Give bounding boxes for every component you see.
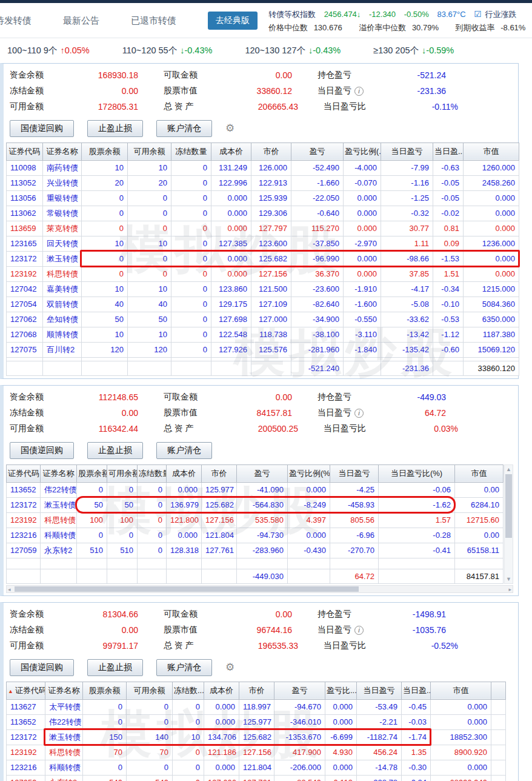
- column-header[interactable]: [491, 682, 506, 699]
- table-row[interactable]: 113659莱克转债0000.000127.797115.2700.00030.…: [7, 221, 519, 236]
- cell: -283.960: [237, 543, 288, 558]
- table-row[interactable]: 123216科顺转债0000.000121.804-206.0000.000-1…: [7, 760, 506, 775]
- cell: 0.000: [464, 251, 519, 266]
- column-header[interactable]: 市价: [251, 142, 291, 160]
- table-row[interactable]: 127059永东转25405400127.606127.76183.5400.1…: [7, 775, 506, 781]
- nav-item-1[interactable]: 最新公告: [63, 15, 99, 27]
- column-header[interactable]: 成本价: [211, 142, 251, 160]
- cell: 118.997: [239, 699, 274, 714]
- cell: 127.926: [211, 342, 251, 357]
- industry-link[interactable]: 行业涨跌: [485, 10, 516, 19]
- cell: [455, 558, 504, 569]
- column-header[interactable]: 当日盈...: [433, 142, 464, 160]
- table-row[interactable]: 123172漱玉转债50500136.979125.682-564.830-8.…: [7, 497, 504, 512]
- table-row[interactable]: 110098南药转债10100131.249126.000-52.490-4.0…: [7, 160, 519, 175]
- table-row[interactable]: 127042嘉美转债10100123.860121.500-23.600-1.9…: [7, 281, 519, 297]
- clear-account-button[interactable]: 账户清仓: [156, 659, 212, 676]
- repo-button[interactable]: 国债逆回购: [10, 442, 74, 459]
- cell: 129.175: [211, 297, 251, 312]
- repo-button[interactable]: 国债逆回购: [10, 120, 74, 137]
- classic-version-button[interactable]: 去经典版: [208, 12, 258, 30]
- table-row[interactable]: 113062常银转债0000.000129.306-0.6400.000-0.3…: [7, 206, 519, 221]
- table-row[interactable]: 127054双箭转债40400129.175127.109-82.640-1.6…: [7, 297, 519, 312]
- column-header[interactable]: 市值: [455, 464, 504, 482]
- repo-button[interactable]: 国债逆回购: [10, 659, 74, 676]
- table-row[interactable]: 123192科思转债1001000121.800127.156535.5804.…: [7, 512, 504, 528]
- table-row[interactable]: 113052兴业转债20200122.996122.913-1.660-0.07…: [7, 175, 519, 190]
- column-header[interactable]: 证券代码: [7, 464, 41, 482]
- nav-item-2[interactable]: 已退市转债: [131, 15, 176, 27]
- cell: [491, 699, 506, 714]
- table-row[interactable]: 127062垒知转债50500127.698127.000-34.900-0.5…: [7, 312, 519, 327]
- column-header[interactable]: 盈亏比...: [325, 682, 357, 699]
- cell: 0.81: [433, 221, 464, 236]
- vertical-scrollbar[interactable]: ▲▼: [504, 464, 513, 584]
- column-header[interactable]: 证券代码: [7, 142, 43, 160]
- table-row[interactable]: 123172漱玉转债15014010134.706125.682-1353.67…: [7, 729, 506, 745]
- table-row[interactable]: 123216科顺转债0000.000121.804-94.7300.000-6.…: [7, 528, 504, 543]
- column-header[interactable]: 当日盈...: [402, 682, 431, 699]
- column-header[interactable]: 证券名称: [41, 464, 77, 482]
- column-header[interactable]: 盈亏: [237, 464, 288, 482]
- column-header[interactable]: 盈亏比例(%): [288, 464, 330, 482]
- column-header[interactable]: 当日盈亏: [330, 464, 379, 482]
- column-header[interactable]: 可用余额: [127, 682, 173, 699]
- column-header[interactable]: 冻结数...: [173, 682, 204, 699]
- column-header[interactable]: 市值: [431, 682, 491, 699]
- column-header[interactable]: 成本价: [204, 682, 239, 699]
- table-row[interactable]: 113652伟22转债0000.000125.977-346.0100.000-…: [7, 714, 506, 729]
- nav-item-0[interactable]: 待发转债: [0, 15, 32, 27]
- scroll-up-arrow[interactable]: ▲: [505, 466, 513, 472]
- info-icon[interactable]: i: [354, 87, 364, 96]
- info-icon[interactable]: i: [354, 626, 364, 635]
- column-header[interactable]: 冻结数量: [138, 464, 167, 482]
- horizontal-scrollbar[interactable]: ◂▸: [6, 585, 513, 593]
- table-row[interactable]: 123165回天转债10100127.385123.600-37.850-2.9…: [7, 236, 519, 251]
- column-header[interactable]: 当日盈亏: [381, 142, 433, 160]
- column-header[interactable]: 市价: [239, 682, 274, 699]
- table-row[interactable]: 123192科思转债0000.000127.15636.3700.00037.8…: [7, 266, 519, 281]
- info-icon[interactable]: i: [354, 409, 364, 418]
- column-header[interactable]: 盈亏: [291, 142, 344, 160]
- column-header[interactable]: 盈亏比例(...: [344, 142, 381, 160]
- stop-profit-loss-button[interactable]: 止盈止损: [87, 120, 143, 137]
- table-row[interactable]: 113056重银转债0000.000125.939-22.0500.000-1.…: [7, 190, 519, 206]
- column-header[interactable]: 当日盈亏: [357, 682, 402, 699]
- scroll-down-arrow[interactable]: ▼: [505, 576, 513, 582]
- column-header[interactable]: 成本价: [167, 464, 202, 482]
- clear-account-button[interactable]: 账户清仓: [156, 120, 212, 137]
- stop-profit-loss-button[interactable]: 止盈止损: [87, 442, 143, 459]
- column-header[interactable]: 市价: [202, 464, 237, 482]
- table-row[interactable]: 123172漱玉转债0000.000125.682-96.9900.000-98…: [7, 251, 519, 266]
- scroll-right-arrow[interactable]: ▸: [508, 586, 511, 593]
- table-row[interactable]: 113627太平转债0000.000118.997-94.6700.000-53…: [7, 699, 506, 714]
- column-header[interactable]: ▲证券代码: [7, 682, 45, 699]
- table-row[interactable]: 127068顺博转债10100122.548118.738-38.100-3.1…: [7, 327, 519, 342]
- column-header[interactable]: 股票余额: [77, 464, 107, 482]
- settings-icon[interactable]: ⚙: [225, 123, 234, 133]
- stop-profit-loss-button[interactable]: 止盈止损: [87, 659, 143, 676]
- table-row[interactable]: 113652伟22转债0000.000125.977-41.0900.000-4…: [7, 482, 504, 497]
- industry-checkbox-icon[interactable]: ☑: [474, 9, 482, 19]
- column-header[interactable]: 市值: [464, 142, 519, 160]
- column-header[interactable]: 股票余额: [82, 142, 128, 160]
- column-header[interactable]: 盈亏: [274, 682, 325, 699]
- clear-account-button[interactable]: 账户清仓: [156, 442, 212, 459]
- index-stats-line1: 转债等权指数 2456.474↓ -12.340 -0.50% 83.67°C …: [268, 7, 529, 21]
- column-header[interactable]: 当日盈亏比(%): [379, 464, 455, 482]
- cell: 永东转2: [45, 775, 83, 781]
- scrollbar-thumb[interactable]: [15, 586, 359, 592]
- scroll-left-arrow[interactable]: ◂: [8, 586, 11, 593]
- settings-icon[interactable]: ⚙: [225, 662, 234, 672]
- column-header[interactable]: 证券名称: [43, 142, 82, 160]
- table-row[interactable]: 127059永东转25105100128.318127.761-283.960-…: [7, 543, 504, 558]
- table-row[interactable]: 123192科思转债70700121.186127.156417.9004.93…: [7, 745, 506, 760]
- column-header[interactable]: 可用余额: [128, 142, 171, 160]
- summary-value: 112148.65: [67, 392, 138, 402]
- column-header[interactable]: 证券名称: [45, 682, 83, 699]
- table-row[interactable]: 127075百川转21201200127.926125.576-281.960-…: [7, 342, 519, 357]
- scrollbar-thumb[interactable]: [505, 474, 512, 538]
- column-header[interactable]: 可用余额: [107, 464, 138, 482]
- column-header[interactable]: 股票余额: [83, 682, 127, 699]
- column-header[interactable]: 冻结数量: [171, 142, 211, 160]
